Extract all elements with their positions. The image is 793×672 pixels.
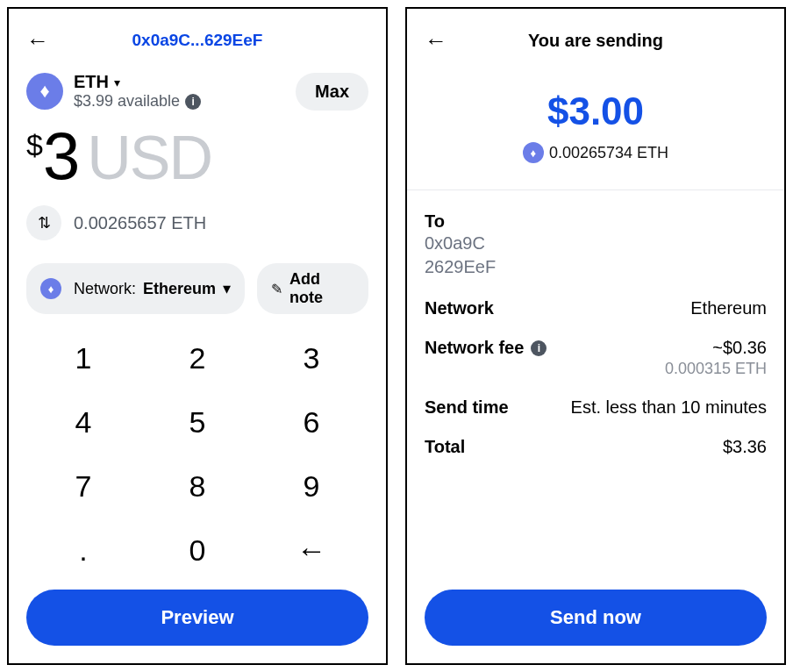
detail-network: Network Ethereum xyxy=(425,298,767,318)
send-confirm-screen: ← You are sending $3.00 ♦ 0.00265734 ETH… xyxy=(405,7,786,665)
key-3[interactable]: 3 xyxy=(254,326,368,390)
detail-total: Total $3.36 xyxy=(425,437,767,457)
send-entry-screen: ← 0x0a9C...629EeF ♦ ETH ▾ $3.99 availabl… xyxy=(7,7,388,665)
send-amount-crypto: 0.00265734 ETH xyxy=(549,144,668,162)
topbar: ← You are sending xyxy=(425,26,767,54)
total-label: Total xyxy=(425,437,465,457)
key-5[interactable]: 5 xyxy=(140,390,254,454)
network-fee-value: ~$0.36 xyxy=(665,338,767,358)
key-backspace[interactable]: ← xyxy=(254,518,368,583)
eth-icon: ♦ xyxy=(40,278,61,299)
key-2[interactable]: 2 xyxy=(140,326,254,390)
page-title: You are sending xyxy=(528,31,663,51)
chevron-down-icon: ▾ xyxy=(223,279,231,298)
swap-icon: ⇅ xyxy=(38,213,51,232)
amount-input[interactable]: $ 3 USD xyxy=(26,123,368,189)
network-chip[interactable]: ♦ Network: Ethereum ▾ xyxy=(26,263,245,314)
send-time-value: Est. less than 10 minutes xyxy=(571,397,767,418)
info-icon[interactable]: i xyxy=(185,94,201,110)
network-fee-crypto: 0.000315 ETH xyxy=(665,360,767,378)
send-time-label: Send time xyxy=(425,397,509,418)
key-7[interactable]: 7 xyxy=(26,454,140,518)
back-button[interactable]: ← xyxy=(26,29,49,52)
network-chip-value: Ethereum xyxy=(143,280,216,298)
detail-to: To 0x0a9C 2629EeF xyxy=(425,211,767,279)
asset-selector-row: ♦ ETH ▾ $3.99 available i Max xyxy=(26,72,368,111)
key-9[interactable]: 9 xyxy=(254,454,368,518)
swap-units-button[interactable]: ⇅ xyxy=(26,205,61,240)
network-fee-label: Network fee xyxy=(425,338,524,358)
numeric-keypad: 1 2 3 4 5 6 7 8 9 . 0 ← xyxy=(26,326,368,583)
key-0[interactable]: 0 xyxy=(140,518,254,583)
detail-network-fee: Network fee i ~$0.36 0.000315 ETH xyxy=(425,338,767,378)
amount-unit: USD xyxy=(87,127,211,189)
pencil-icon: ✎ xyxy=(271,281,282,297)
max-button[interactable]: Max xyxy=(296,73,368,111)
send-amount-fiat: $3.00 xyxy=(425,89,767,133)
network-chip-label: Network: xyxy=(74,280,136,298)
eth-icon: ♦ xyxy=(26,73,63,110)
back-button[interactable]: ← xyxy=(425,29,447,52)
detail-send-time: Send time Est. less than 10 minutes xyxy=(425,397,767,418)
network-label: Network xyxy=(425,298,494,318)
send-amount-crypto-row: ♦ 0.00265734 ETH xyxy=(425,142,767,163)
to-address-line2: 2629EeF xyxy=(425,255,496,279)
available-balance: $3.99 available xyxy=(74,92,180,111)
key-4[interactable]: 4 xyxy=(26,390,140,454)
add-note-label: Add note xyxy=(289,270,354,307)
key-8[interactable]: 8 xyxy=(140,454,254,518)
topbar: ← 0x0a9C...629EeF xyxy=(26,26,368,54)
key-1[interactable]: 1 xyxy=(26,326,140,390)
key-6[interactable]: 6 xyxy=(254,390,368,454)
preview-button[interactable]: Preview xyxy=(26,590,368,646)
send-now-button[interactable]: Send now xyxy=(425,590,767,646)
divider xyxy=(407,189,784,190)
asset-selector[interactable]: ETH ▾ xyxy=(74,72,296,92)
asset-symbol: ETH xyxy=(74,72,109,92)
recipient-address-link[interactable]: 0x0a9C...629EeF xyxy=(49,31,346,50)
total-value: $3.36 xyxy=(723,437,767,457)
network-value: Ethereum xyxy=(690,298,767,318)
converted-amount: 0.00265657 ETH xyxy=(74,213,206,233)
currency-symbol: $ xyxy=(26,128,43,162)
eth-icon: ♦ xyxy=(523,142,544,163)
amount-value: 3 xyxy=(43,123,78,189)
confirm-details: To 0x0a9C 2629EeF Network Ethereum Netwo… xyxy=(425,211,767,590)
chevron-down-icon: ▾ xyxy=(114,75,120,89)
to-label: To xyxy=(425,211,496,232)
to-address-line1: 0x0a9C xyxy=(425,232,496,255)
add-note-button[interactable]: ✎ Add note xyxy=(257,263,368,314)
info-icon[interactable]: i xyxy=(531,340,547,356)
key-dot[interactable]: . xyxy=(26,518,140,583)
